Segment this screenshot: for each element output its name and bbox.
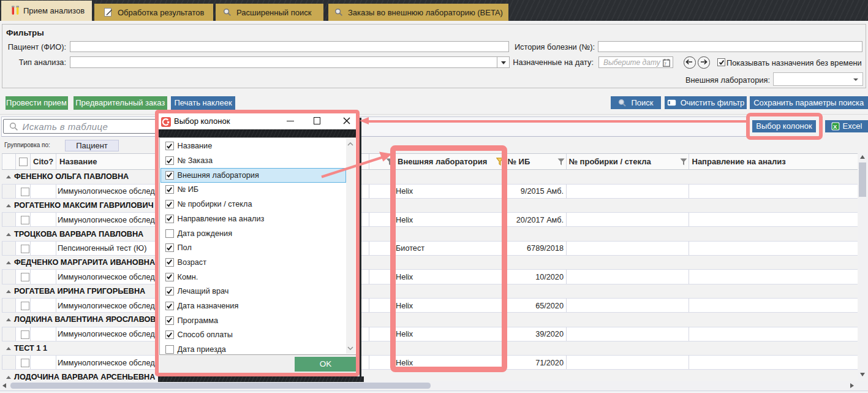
svg-text:7: 7 [664, 62, 666, 66]
svg-text:X: X [833, 123, 837, 129]
